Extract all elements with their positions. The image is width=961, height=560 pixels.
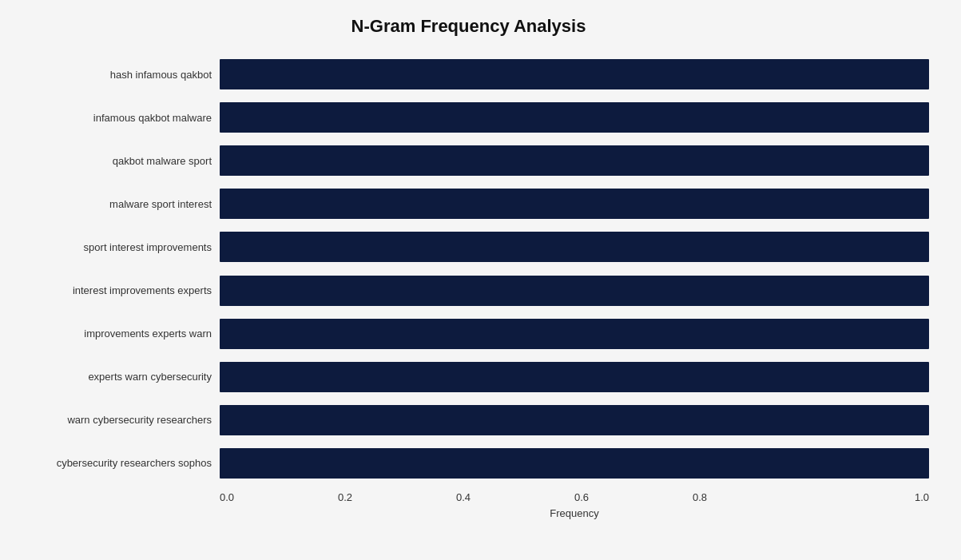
bar-label: sport interest improvements <box>8 241 220 253</box>
bar-track <box>220 232 929 262</box>
x-axis-label: Frequency <box>220 507 929 519</box>
bar-row: sport interest improvements <box>8 227 929 267</box>
x-tick: 1.0 <box>811 491 929 503</box>
bar-row: warn cybersecurity researchers <box>8 400 929 440</box>
bar-track <box>220 102 929 133</box>
x-axis: 0.00.20.40.60.81.0 <box>220 491 929 503</box>
bar-track <box>220 405 929 435</box>
bar-row: experts warn cybersecurity <box>8 357 929 397</box>
bar-fill <box>220 362 929 392</box>
bar-label: warn cybersecurity researchers <box>8 414 220 426</box>
bar-label: infamous qakbot malware <box>8 112 220 124</box>
bar-fill <box>220 405 929 435</box>
bar-label: hash infamous qakbot <box>8 69 220 81</box>
x-tick: 0.4 <box>456 491 574 503</box>
bar-fill <box>220 102 929 133</box>
bar-track <box>220 362 929 392</box>
bar-fill <box>220 145 929 176</box>
chart-title: N-Gram Frequency Analysis <box>8 16 929 37</box>
bar-label: cybersecurity researchers sophos <box>8 457 220 469</box>
bar-label: interest improvements experts <box>8 284 220 296</box>
bar-label: improvements experts warn <box>8 328 220 340</box>
bar-row: improvements experts warn <box>8 314 929 354</box>
bar-track <box>220 145 929 176</box>
x-tick: 0.8 <box>693 491 811 503</box>
bar-label: experts warn cybersecurity <box>8 371 220 383</box>
bar-row: interest improvements experts <box>8 270 929 310</box>
bar-label: qakbot malware sport <box>8 155 220 167</box>
bar-row: infamous qakbot malware <box>8 97 929 137</box>
bar-row: malware sport interest <box>8 184 929 224</box>
bar-fill <box>220 319 929 349</box>
chart-area: hash infamous qakbotinfamous qakbot malw… <box>8 53 929 485</box>
bar-track <box>220 448 929 479</box>
bar-fill <box>220 59 929 89</box>
x-tick: 0.6 <box>574 491 693 503</box>
bar-label: malware sport interest <box>8 198 220 210</box>
bar-track <box>220 276 929 306</box>
bar-row: cybersecurity researchers sophos <box>8 443 929 483</box>
bar-fill <box>220 232 929 262</box>
chart-container: N-Gram Frequency Analysis hash infamous … <box>0 0 961 560</box>
bar-track <box>220 189 929 219</box>
bar-fill <box>220 189 929 219</box>
bar-fill <box>220 448 929 479</box>
bar-track <box>220 319 929 349</box>
bar-row: hash infamous qakbot <box>8 54 929 94</box>
x-tick: 0.0 <box>220 491 338 503</box>
bar-track <box>220 59 929 89</box>
x-tick: 0.2 <box>338 491 456 503</box>
bar-row: qakbot malware sport <box>8 141 929 181</box>
bar-fill <box>220 276 929 306</box>
